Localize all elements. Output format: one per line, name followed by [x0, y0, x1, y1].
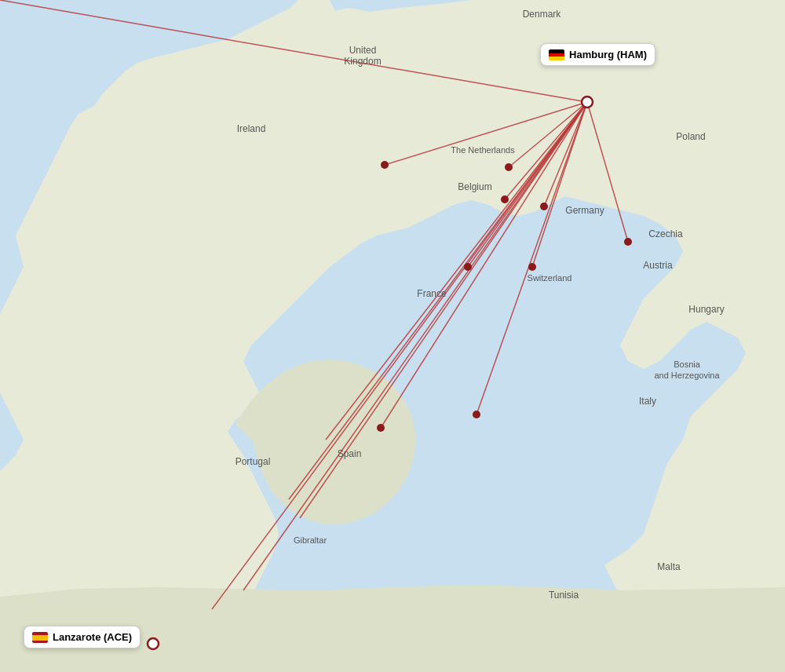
svg-text:Czechia: Czechia	[648, 228, 683, 239]
svg-text:Denmark: Denmark	[523, 9, 562, 20]
svg-point-24	[377, 424, 385, 432]
map-container: Denmark United Kingdom Ireland The Nethe…	[0, 0, 785, 672]
svg-text:The Netherlands: The Netherlands	[451, 145, 515, 155]
svg-text:Kingdom: Kingdom	[344, 56, 381, 67]
hamburg-label: Hamburg (HAM)	[569, 49, 647, 60]
svg-point-22	[464, 263, 472, 271]
svg-text:Austria: Austria	[643, 260, 673, 271]
svg-text:Ireland: Ireland	[237, 123, 266, 134]
svg-point-18	[501, 195, 509, 203]
svg-point-19	[540, 203, 548, 210]
svg-text:France: France	[417, 288, 447, 299]
svg-text:Germany: Germany	[565, 205, 604, 216]
svg-point-21	[528, 263, 536, 271]
svg-point-16	[381, 161, 389, 169]
svg-point-17	[505, 163, 513, 171]
svg-point-26	[148, 638, 159, 649]
svg-point-25	[582, 97, 593, 108]
svg-text:Belgium: Belgium	[458, 181, 491, 192]
svg-text:Gibraltar: Gibraltar	[294, 535, 327, 545]
svg-point-23	[473, 411, 480, 418]
svg-text:Bosnia: Bosnia	[674, 360, 701, 369]
svg-text:Portugal: Portugal	[236, 456, 271, 467]
svg-text:Spain: Spain	[338, 448, 362, 459]
svg-text:Italy: Italy	[639, 396, 656, 407]
germany-flag	[549, 49, 564, 60]
svg-point-20	[624, 238, 632, 246]
svg-text:and Herzegovina: and Herzegovina	[654, 371, 720, 380]
svg-text:United: United	[349, 45, 377, 56]
svg-text:Hungary: Hungary	[688, 304, 724, 315]
spain-flag	[32, 632, 48, 643]
lanzarote-tooltip: Lanzarote (ACE)	[24, 626, 141, 648]
svg-text:Poland: Poland	[676, 131, 705, 142]
svg-text:Malta: Malta	[657, 561, 681, 572]
svg-text:Switzerland: Switzerland	[528, 273, 572, 283]
hamburg-tooltip: Hamburg (HAM)	[540, 43, 655, 66]
svg-text:Tunisia: Tunisia	[549, 590, 579, 601]
lanzarote-label: Lanzarote (ACE)	[53, 631, 132, 643]
map-svg: Denmark United Kingdom Ireland The Nethe…	[0, 0, 785, 672]
